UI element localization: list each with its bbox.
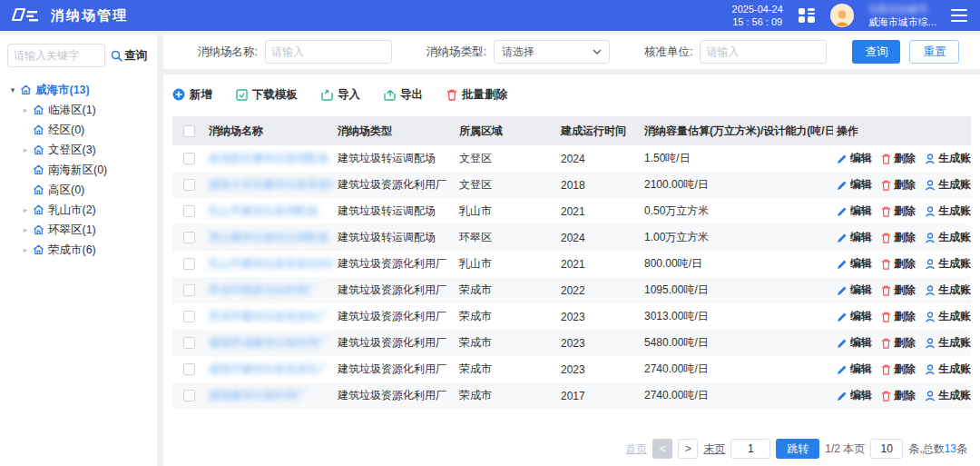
edit-button[interactable]: 编辑 (837, 283, 872, 298)
site-name-link[interactable]: 荣成市建筑垃圾资源化厂 (205, 309, 334, 324)
add-button[interactable]: 新增 (172, 87, 212, 103)
caret-icon[interactable]: ▸ (20, 105, 31, 114)
row-checkbox[interactable] (183, 205, 195, 217)
tree-item[interactable]: ▸ 文登区(3) (7, 140, 150, 160)
edit-button[interactable]: 编辑 (837, 203, 872, 219)
generate-account-button[interactable]: 生成账号 (925, 256, 971, 272)
edit-button[interactable]: 编辑 (837, 388, 872, 403)
tree-item[interactable]: ▸ 荣成市(6) (7, 240, 150, 260)
site-name-link[interactable]: 威海文登区建筑垃圾资源化厂 (205, 177, 334, 193)
datetime: 2025-04-24 15 : 56 : 09 (732, 3, 783, 28)
tree-item[interactable]: 南海新区(0) (7, 160, 150, 180)
reset-button[interactable]: 重置 (909, 40, 959, 64)
row-checkbox[interactable] (183, 337, 195, 349)
delete-button[interactable]: 删除 (881, 335, 916, 351)
edit-button[interactable]: 编辑 (837, 335, 872, 351)
type-filter-select[interactable]: 请选择 (494, 40, 610, 64)
search-button[interactable]: 查询 (852, 40, 900, 64)
caret-icon[interactable]: ▾ (7, 85, 18, 94)
keyword-input[interactable] (7, 44, 105, 67)
house-icon (20, 84, 32, 95)
last-page-link[interactable]: 末页 (703, 441, 725, 457)
row-checkbox[interactable] (183, 363, 195, 375)
table-row: 乳山市建筑垃圾调配场 建筑垃圾转运调配场 乳山市 2021 0.50万立方米 编… (172, 198, 971, 224)
row-checkbox[interactable] (183, 390, 195, 402)
caret-icon[interactable]: ▸ (20, 245, 31, 254)
site-name-link[interactable]: 乳山市建筑垃圾调配场 (205, 203, 334, 219)
edit-button[interactable]: 编辑 (837, 309, 872, 324)
row-checkbox[interactable] (183, 284, 195, 296)
generate-account-button[interactable]: 生成账号 (925, 309, 971, 324)
caret-icon[interactable]: ▸ (20, 225, 31, 234)
name-filter-input[interactable] (265, 40, 392, 64)
site-region: 荣成市 (456, 335, 557, 351)
tree-search-button[interactable]: 查询 (111, 48, 147, 64)
site-name-link[interactable]: 威海市建筑垃圾资源化厂 (205, 362, 334, 377)
download-template-button[interactable]: 下载模板 (236, 87, 298, 103)
delete-button[interactable]: 删除 (881, 388, 916, 403)
tree-item[interactable]: ▸ 环翠区(1) (7, 220, 150, 240)
next-page-button[interactable]: > (678, 439, 698, 459)
row-checkbox[interactable] (183, 179, 195, 191)
delete-button[interactable]: 删除 (881, 177, 916, 193)
edit-button[interactable]: 编辑 (837, 177, 872, 193)
caret-icon[interactable]: ▸ (20, 145, 31, 154)
apps-grid-icon[interactable] (798, 6, 816, 25)
menu-icon[interactable] (951, 9, 967, 22)
pencil-icon (837, 206, 848, 217)
generate-account-button[interactable]: 生成账号 (925, 362, 971, 377)
export-button[interactable]: 导出 (384, 87, 423, 103)
site-name-link[interactable]: 威海荣成建筑垃圾利用厂 (205, 335, 334, 351)
site-type: 建筑垃圾资源化利用厂 (334, 335, 456, 351)
row-checkbox[interactable] (183, 232, 195, 243)
site-name-link[interactable]: 南海新区建筑垃圾调配场 (205, 151, 334, 166)
unit-filter-input[interactable] (700, 40, 827, 64)
tree-item[interactable]: 高区(0) (7, 180, 150, 200)
generate-account-button[interactable]: 生成账号 (925, 177, 971, 193)
tree-item-label: 高区(0) (48, 183, 84, 198)
row-checkbox[interactable] (183, 153, 195, 164)
delete-button[interactable]: 删除 (881, 309, 916, 324)
site-name-link[interactable]: 威海建筑垃圾利用厂 (205, 388, 334, 403)
site-region: 乳山市 (456, 203, 557, 219)
edit-button[interactable]: 编辑 (837, 151, 872, 166)
import-button[interactable]: 导入 (321, 87, 360, 103)
delete-button[interactable]: 删除 (881, 362, 916, 377)
page-size-input[interactable] (870, 439, 903, 459)
row-checkbox[interactable] (183, 311, 195, 322)
page-number-input[interactable] (730, 439, 770, 459)
user-info[interactable]: 市政综合账号 威海市城市综... (868, 3, 936, 28)
caret-icon[interactable]: ▸ (20, 205, 31, 214)
delete-button[interactable]: 删除 (881, 283, 916, 298)
delete-button[interactable]: 删除 (881, 203, 916, 219)
generate-account-button[interactable]: 生成账号 (925, 388, 971, 403)
edit-button[interactable]: 编辑 (837, 362, 872, 377)
generate-account-button[interactable]: 生成账号 (925, 203, 971, 219)
delete-button[interactable]: 删除 (881, 151, 916, 166)
tree-item[interactable]: ▸ 临港区(1) (7, 100, 150, 120)
site-name-link[interactable]: 乳山市建筑垃圾资源化利用厂 (205, 256, 334, 272)
generate-account-button[interactable]: 生成账号 (925, 230, 971, 245)
edit-button[interactable]: 编辑 (837, 256, 872, 272)
first-page-link[interactable]: 首页 (625, 441, 647, 457)
edit-button[interactable]: 编辑 (837, 230, 872, 245)
name-filter-label: 消纳场名称: (198, 45, 258, 60)
tree-item[interactable]: ▾ 威海市(13) (7, 80, 150, 100)
prev-page-button[interactable]: < (652, 439, 672, 459)
row-checkbox[interactable] (183, 258, 195, 270)
select-all-checkbox[interactable] (183, 125, 195, 137)
tree-item[interactable]: 经区(0) (7, 120, 150, 140)
generate-account-button[interactable]: 生成账号 (925, 335, 971, 351)
generate-account-button[interactable]: 生成账号 (925, 151, 971, 166)
delete-button[interactable]: 删除 (881, 256, 916, 272)
site-year: 2023 (557, 337, 641, 350)
batch-delete-button[interactable]: 批量删除 (446, 87, 507, 103)
tree-item[interactable]: ▸ 乳山市(2) (7, 200, 150, 220)
delete-button[interactable]: 删除 (881, 230, 916, 245)
generate-account-button[interactable]: 生成账号 (925, 283, 971, 298)
jump-button[interactable]: 跳转 (776, 439, 819, 459)
site-name-link[interactable]: 里山建筑垃圾转运调配场 (205, 230, 334, 245)
house-icon (33, 184, 44, 195)
site-name-link[interactable]: 荣成市固废综合利用厂 (205, 283, 334, 298)
avatar[interactable] (830, 4, 854, 27)
